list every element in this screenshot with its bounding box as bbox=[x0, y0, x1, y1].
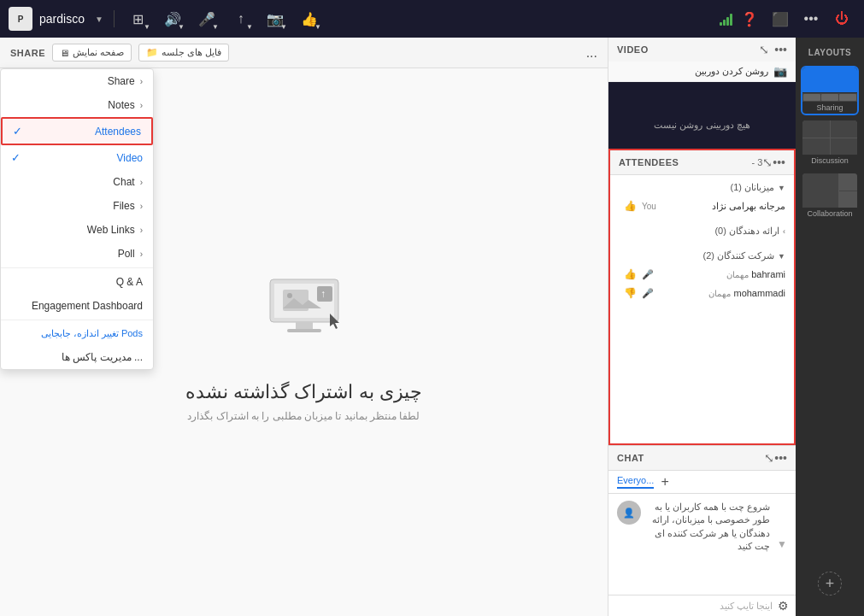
add-layout-btn[interactable]: + bbox=[818, 572, 842, 595]
participants-group-header[interactable]: ▼ شرکت کنندگان (2) bbox=[610, 247, 794, 265]
dropdown-menu: Share › Notes › ✓ Attendees ✓ Video Chat… bbox=[0, 68, 154, 370]
participants-chevron-icon: ▼ bbox=[778, 252, 785, 261]
attendee-host-item: مرجانه بهرامی نژاد You 👍 bbox=[610, 197, 794, 215]
chat-section: CHAT ⤡ ••• Everyo... + 👤 شروع چت با همه … bbox=[608, 445, 796, 616]
attendee-mohammadi-item: mohammadi مهمان 🎤 👎 bbox=[610, 284, 794, 302]
menu-item-engagement[interactable]: Engagement Dashboard bbox=[1, 294, 153, 318]
right-panel: VIDEO ⤡ ••• 📷 روشن کردن دوربین هیچ دوربی… bbox=[608, 38, 796, 616]
check-icon: ✓ bbox=[13, 125, 26, 138]
attendees-more-icon[interactable]: ••• bbox=[773, 155, 785, 169]
signal-strength-icon bbox=[720, 12, 732, 26]
share-label: SHARE bbox=[10, 48, 45, 58]
attendee-mohammadi-name: mohammadi مهمان bbox=[659, 288, 785, 298]
svg-text:↑: ↑ bbox=[320, 288, 326, 300]
chat-more-icon[interactable]: ••• bbox=[774, 451, 787, 465]
display-icon: 🖥 bbox=[60, 48, 69, 58]
more-options-icon-btn[interactable]: ••• bbox=[797, 5, 825, 32]
raise-hand-icon-btn[interactable]: 👍▼ bbox=[296, 5, 323, 32]
arrow-icon: › bbox=[140, 77, 143, 86]
grid-icon-btn[interactable]: ⊞▼ bbox=[125, 5, 152, 32]
record-icon-btn[interactable]: ⬛ bbox=[767, 5, 794, 32]
arrow-icon: › bbox=[140, 101, 143, 110]
attendee-thumbup-icon: 👍 bbox=[624, 200, 637, 212]
video-section: VIDEO ⤡ ••• 📷 روشن کردن دوربین هیچ دوربی… bbox=[608, 38, 796, 149]
attendees-expand-icon[interactable]: ⤡ bbox=[762, 155, 773, 169]
arrow-icon: › bbox=[140, 249, 143, 259]
chat-add-tab-btn[interactable]: + bbox=[661, 474, 668, 490]
presenters-group-header[interactable]: › ارائه دهندگان (0) bbox=[610, 222, 794, 240]
attendees-section: ATTENDEES - 3 ⤡ ••• ▼ میزبانان (1) مرجان… bbox=[608, 149, 796, 445]
menu-item-attendees[interactable]: ✓ Attendees bbox=[1, 117, 153, 145]
files-btn[interactable]: 📁 فایل های جلسه bbox=[138, 44, 229, 62]
sharing-empty-icon: ↑ bbox=[253, 262, 356, 364]
menu-item-weblinks[interactable]: Web Links › bbox=[1, 218, 153, 242]
video-more-icon[interactable]: ••• bbox=[774, 43, 787, 56]
share-more-btn[interactable]: ... bbox=[586, 45, 597, 61]
hosts-group-label: میزبانان (1) bbox=[731, 182, 775, 193]
menu-item-chat[interactable]: Chat › bbox=[1, 170, 153, 194]
video-panel-header: VIDEO ⤡ ••• bbox=[608, 38, 796, 62]
chat-expand-btn[interactable]: ▼ bbox=[777, 538, 787, 550]
attendee-bahrami-name: bahrami مهمان bbox=[659, 269, 785, 279]
menu-item-qa[interactable]: Q & A bbox=[1, 270, 153, 294]
camera-label: روشن کردن دوربین bbox=[695, 66, 768, 77]
content-area: SHARE 🖥 صفحه نمایش 📁 فایل های جلسه ... S… bbox=[0, 38, 608, 616]
help-icon-btn[interactable]: ❓ bbox=[736, 5, 763, 32]
layouts-sidebar: LAYOUTS Sharing Discussion bbox=[796, 38, 864, 616]
menu-item-share[interactable]: Share › bbox=[1, 69, 153, 93]
file-icon: 📁 bbox=[146, 47, 158, 58]
chat-tabs: Everyo... + bbox=[608, 471, 796, 494]
app-name: pardisco bbox=[39, 12, 85, 26]
display-btn[interactable]: 🖥 صفحه نمایش bbox=[52, 44, 132, 62]
svg-point-5 bbox=[287, 293, 292, 298]
power-icon-btn[interactable]: ⏻ bbox=[828, 5, 855, 32]
svg-rect-3 bbox=[287, 329, 321, 332]
menu-item-files[interactable]: Files › bbox=[1, 194, 153, 218]
bahrami-thumbup-icon: 👍 bbox=[624, 268, 637, 280]
attendee-host-name: مرجانه بهرامی نژاد bbox=[661, 201, 785, 212]
topbar-divider bbox=[114, 10, 115, 27]
hosts-group: ▼ میزبانان (1) مرجانه بهرامی نژاد You 👍 bbox=[610, 175, 794, 219]
video-expand-icon[interactable]: ⤡ bbox=[759, 43, 769, 56]
camera-icon-btn[interactable]: 📷▼ bbox=[262, 5, 289, 32]
bahrami-mic-icon: 🎤 bbox=[642, 269, 654, 280]
app-chevron-icon[interactable]: ▼ bbox=[95, 15, 103, 24]
camera-control-row: 📷 روشن کردن دوربین bbox=[608, 62, 796, 82]
main-container: SHARE 🖥 صفحه نمایش 📁 فایل های جلسه ... S… bbox=[0, 38, 864, 616]
hosts-group-header[interactable]: ▼ میزبانان (1) bbox=[610, 179, 794, 197]
svg-rect-2 bbox=[296, 322, 313, 329]
share-bar: SHARE 🖥 صفحه نمایش 📁 فایل های جلسه ... bbox=[0, 38, 608, 68]
hosts-chevron-icon: ▼ bbox=[778, 184, 785, 192]
audio-icon-btn[interactable]: 🔊▼ bbox=[159, 5, 186, 32]
chat-header: CHAT ⤡ ••• bbox=[608, 446, 796, 471]
layout-sharing[interactable]: Sharing bbox=[802, 67, 857, 114]
participants-group: ▼ شرکت کنندگان (2) bahrami مهمان 🎤 👍 moh… bbox=[610, 243, 794, 306]
layout-discussion[interactable]: Discussion bbox=[802, 120, 857, 167]
chat-send-btn[interactable]: ⚙ bbox=[778, 599, 789, 613]
layouts-title: LAYOUTS bbox=[808, 44, 851, 61]
chat-input[interactable] bbox=[615, 601, 773, 611]
mohammadi-mic-icon: 🎤 bbox=[642, 288, 654, 299]
chat-expand-icon[interactable]: ⤡ bbox=[764, 451, 774, 465]
share-icon-btn[interactable]: ↑▼ bbox=[227, 5, 255, 32]
menu-item-notes[interactable]: Notes › bbox=[1, 93, 153, 117]
chat-tab-everyone[interactable]: Everyo... bbox=[617, 475, 654, 489]
chat-title: CHAT bbox=[617, 453, 764, 463]
app-logo[interactable]: P bbox=[9, 7, 32, 31]
mic-icon-btn[interactable]: 🎤▼ bbox=[193, 5, 220, 32]
sharing-title: چیزی به اشتراک گذاشته نشده bbox=[185, 381, 421, 403]
layout-discussion-label: Discussion bbox=[802, 155, 857, 167]
menu-item-manage-pods[interactable]: مدیریت پاکس ها ... bbox=[1, 345, 153, 369]
menu-item-poll[interactable]: Poll › bbox=[1, 242, 153, 266]
video-panel-title: VIDEO bbox=[617, 44, 754, 55]
check-icon: ✓ bbox=[11, 151, 25, 164]
arrow-icon: › bbox=[140, 178, 143, 187]
arrow-icon: › bbox=[140, 226, 143, 235]
arrow-icon: › bbox=[140, 202, 143, 211]
menu-item-video[interactable]: ✓ Video bbox=[1, 145, 153, 170]
menu-separator-2 bbox=[1, 320, 153, 320]
layout-collaboration[interactable]: Collaboration bbox=[802, 173, 857, 220]
menu-item-resize[interactable]: تغییر اندازه، جابجایی Pods bbox=[1, 322, 153, 345]
mohammadi-thumbdown-icon: 👎 bbox=[624, 287, 637, 299]
sharing-subtitle: لطفا منتظر بمانید تا میزبان مطلبی را به … bbox=[187, 410, 420, 422]
